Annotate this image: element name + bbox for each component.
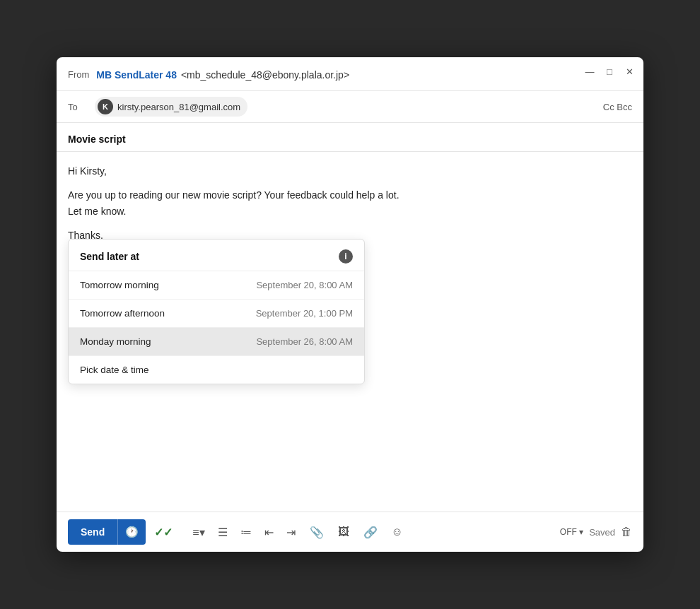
emoji-button[interactable]: ☺ (386, 523, 409, 541)
outdent-icon: ⇤ (264, 526, 274, 539)
option-label: Tomorrow afternoon (80, 308, 165, 319)
outdent-button[interactable]: ⇤ (259, 523, 279, 542)
schedule-option-pick-date[interactable]: Pick date & time (69, 356, 364, 384)
toolbar: Send 🕐 ✓✓ ≡▾ ☰ ≔ ⇤ ⇥ � (57, 512, 643, 552)
avatar: K (98, 99, 113, 114)
attach-icon: 📎 (310, 526, 324, 539)
send-main-button[interactable]: Send (68, 519, 117, 545)
align-button[interactable]: ≡▾ (187, 523, 210, 542)
attach-button[interactable]: 📎 (304, 523, 329, 542)
link-button[interactable]: 🔗 (358, 523, 383, 542)
schedule-option-tomorrow-afternoon[interactable]: Tomorrow afternoon September 20, 1:00 PM (69, 300, 364, 328)
sender-name: MB SendLater 48 (96, 69, 177, 81)
subject-row: Movie script (57, 123, 643, 152)
cc-bcc-button[interactable]: Cc Bcc (603, 102, 632, 112)
check-icon: ✓✓ (154, 526, 173, 539)
image-icon: 🖼 (338, 526, 349, 538)
option-label: Tomorrow morning (80, 280, 159, 290)
sender-email: <mb_schedule_48@ebony.plala.or.jp> (181, 69, 349, 81)
to-label: To (68, 102, 88, 112)
option-date: September 20, 1:00 PM (256, 308, 353, 319)
emoji-icon: ☺ (392, 526, 403, 538)
subject-text: Movie script (68, 134, 126, 145)
off-badge: OFF ▾ (560, 527, 583, 537)
format-group: ≡▾ ☰ ≔ ⇤ ⇥ (187, 523, 301, 542)
title-bar: From MB SendLater 48 <mb_schedule_48@ebo… (57, 57, 643, 91)
send-later-panel: Send later at i Tomorrow morning Septemb… (68, 239, 365, 384)
recipient-chip[interactable]: K kirsty.pearson_81@gmail.com (95, 97, 247, 117)
to-row: To K kirsty.pearson_81@gmail.com Cc Bcc (57, 91, 643, 123)
body-area: Hi Kirsty, Are you up to reading our new… (57, 152, 643, 427)
option-date: September 26, 8:00 AM (256, 336, 353, 347)
schedule-option-monday-morning[interactable]: Monday morning September 26, 8:00 AM (69, 328, 364, 356)
minimize-button[interactable]: — (584, 66, 595, 77)
indent-icon: ⇥ (286, 526, 296, 539)
indent-button[interactable]: ⇥ (281, 523, 301, 542)
send-clock-button[interactable]: 🕐 (117, 519, 146, 545)
panel-title: Send later at (80, 251, 139, 262)
unordered-list-button[interactable]: ☰ (212, 523, 233, 542)
maximize-button[interactable]: □ (604, 66, 615, 77)
panel-header: Send later at i (69, 240, 364, 271)
delete-icon[interactable]: 🗑 (621, 526, 632, 538)
info-icon[interactable]: i (339, 249, 353, 264)
greeting: Hi Kirsty, (68, 163, 632, 179)
ordered-list-button[interactable]: ≔ (235, 523, 257, 542)
recipient-email: kirsty.pearson_81@gmail.com (117, 102, 240, 112)
body-paragraph1: Are you up to reading our new movie scri… (68, 187, 632, 219)
check-button[interactable]: ✓✓ (148, 523, 178, 542)
image-button[interactable]: 🖼 (332, 523, 355, 541)
send-button-group: Send 🕐 (68, 519, 146, 545)
option-label: Pick date & time (80, 365, 149, 375)
option-date: September 20, 8:00 AM (256, 280, 353, 290)
list-icon: ☰ (218, 526, 228, 539)
schedule-option-tomorrow-morning[interactable]: Tomorrow morning September 20, 8:00 AM (69, 271, 364, 300)
clock-icon: 🕐 (125, 526, 139, 538)
compose-window: From MB SendLater 48 <mb_schedule_48@ebo… (57, 57, 643, 552)
option-label: Monday morning (80, 336, 151, 347)
close-button[interactable]: ✕ (624, 66, 635, 77)
align-icon: ≡▾ (192, 526, 204, 539)
ordered-list-icon: ≔ (240, 526, 252, 539)
window-controls: — □ ✕ (584, 66, 635, 77)
link-icon: 🔗 (363, 526, 378, 539)
from-label: From (68, 69, 89, 80)
saved-label: Saved (589, 527, 615, 538)
toolbar-right: OFF ▾ Saved 🗑 (554, 526, 632, 538)
